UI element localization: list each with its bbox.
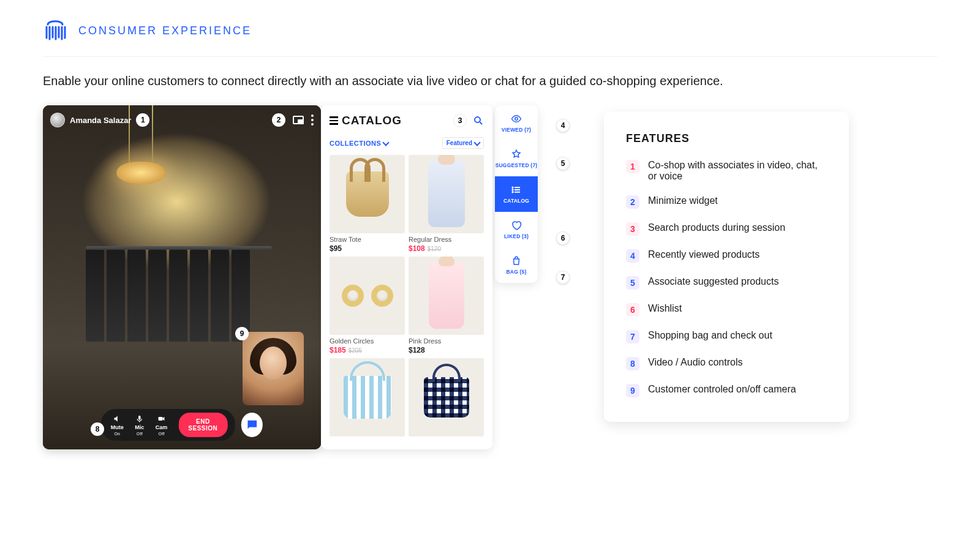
mute-button[interactable]: Mute On <box>111 414 124 436</box>
side-rail: VIEWED (7) SUGGESTED (7) CATALOG LIKED (… <box>495 105 538 283</box>
checkered-bag-image <box>424 377 469 418</box>
callout-8: 8 <box>91 422 104 436</box>
star-icon <box>511 149 522 160</box>
feature-number: 2 <box>626 195 639 209</box>
svg-point-18 <box>512 192 513 193</box>
feature-item: 6Wishlist <box>626 303 827 317</box>
svg-rect-7 <box>138 415 141 419</box>
page-header: CONSUMER EXPERIENCE <box>43 18 937 57</box>
intro-text: Enable your online customers to connect … <box>43 74 937 88</box>
golden-circles-image <box>342 285 393 307</box>
feature-item: 3Search products during session <box>626 222 827 236</box>
bag-icon <box>511 255 522 266</box>
callout-6: 6 <box>556 231 570 245</box>
callout-2: 2 <box>272 113 285 127</box>
presenter-badge: Amanda Salazar 1 <box>50 113 149 127</box>
feature-text: Co-shop with associates in video, chat, … <box>648 160 827 182</box>
callout-9: 9 <box>235 327 249 340</box>
feature-item: 4Recently viewed products <box>626 249 827 263</box>
product-card[interactable]: Regular Dress $108$120 <box>409 155 484 253</box>
heart-icon <box>511 220 522 231</box>
rail-viewed[interactable]: VIEWED (7) <box>495 105 538 141</box>
avatar <box>50 113 65 127</box>
feature-text: Recently viewed products <box>648 249 760 260</box>
rail-suggested[interactable]: SUGGESTED (7) <box>495 141 538 176</box>
rail-bag[interactable]: BAG (5) <box>495 247 538 283</box>
chevron-down-icon <box>383 139 390 146</box>
end-session-button[interactable]: END SESSION <box>178 413 227 437</box>
video-pane: Amanda Salazar 1 2 9 8 <box>43 105 321 449</box>
feature-item: 1Co-shop with associates in video, chat,… <box>626 160 827 182</box>
menu-icon[interactable] <box>330 116 338 125</box>
feature-item: 5Associate suggested products <box>626 276 827 290</box>
feature-number: 1 <box>626 160 639 173</box>
svg-point-16 <box>512 187 513 189</box>
svg-line-11 <box>480 122 482 124</box>
collections-dropdown[interactable]: COLLECTIONS <box>330 140 388 147</box>
eye-icon <box>511 113 522 124</box>
page-title: CONSUMER EXPERIENCE <box>78 24 252 37</box>
straw-tote-image <box>346 171 389 217</box>
callout-5: 5 <box>556 157 570 170</box>
pink-dress-image <box>429 263 464 329</box>
feature-text: Minimize widget <box>648 195 718 206</box>
catalog-title: CATALOG <box>330 114 402 127</box>
catalog-pane: CATALOG 3 COLLECTIONS Featured <box>321 105 492 449</box>
presenter-name: Amanda Salazar <box>70 116 131 125</box>
feature-number: 7 <box>626 330 639 343</box>
product-card[interactable] <box>409 358 484 437</box>
svg-rect-9 <box>158 417 162 421</box>
chat-button[interactable] <box>241 413 263 437</box>
product-card[interactable]: Golden Circles $185$205 <box>330 257 405 354</box>
features-title: FEATURES <box>626 132 827 145</box>
callout-4: 4 <box>556 119 570 132</box>
video-controls: Mute On Mic Off Cam Off <box>101 409 263 441</box>
svg-point-10 <box>475 117 480 122</box>
feature-item: 8Video / Audio controls <box>626 357 827 370</box>
svg-point-12 <box>515 118 518 121</box>
feature-item: 7Shopping bag and check out <box>626 330 827 343</box>
feature-text: Associate suggested products <box>648 276 778 287</box>
feature-text: Wishlist <box>648 303 682 314</box>
minimize-icon[interactable] <box>293 116 304 124</box>
search-icon[interactable] <box>473 115 484 126</box>
feature-item: 9Customer controled on/off camera <box>626 384 827 397</box>
more-icon[interactable] <box>311 114 314 126</box>
rail-liked[interactable]: LIKED (3) <box>495 212 538 247</box>
callout-7: 7 <box>556 271 570 284</box>
svg-point-17 <box>512 189 513 190</box>
mic-button[interactable]: Mic Off <box>135 414 145 436</box>
feature-number: 6 <box>626 303 639 317</box>
feature-text: Shopping bag and check out <box>648 330 772 341</box>
feature-item: 2Minimize widget <box>626 195 827 209</box>
list-icon <box>511 184 522 195</box>
sort-dropdown[interactable]: Featured <box>442 137 484 149</box>
feature-number: 9 <box>626 384 639 397</box>
feature-text: Customer controled on/off camera <box>648 384 796 395</box>
camera-button[interactable]: Cam Off <box>156 414 168 436</box>
feature-number: 8 <box>626 357 639 370</box>
chevron-down-icon <box>473 139 480 146</box>
callout-3: 3 <box>453 114 467 127</box>
product-card[interactable]: Straw Tote $95 <box>330 155 405 253</box>
self-camera[interactable] <box>243 332 304 405</box>
product-screenshot: Amanda Salazar 1 2 9 8 <box>43 105 538 449</box>
product-card[interactable]: Pink Dress $128 <box>409 257 484 354</box>
rail-catalog[interactable]: CATALOG <box>495 176 538 212</box>
feature-number: 5 <box>626 276 639 290</box>
feature-number: 3 <box>626 222 639 236</box>
feature-number: 4 <box>626 249 639 263</box>
feature-text: Video / Audio controls <box>648 357 742 368</box>
features-card: FEATURES 1Co-shop with associates in vid… <box>604 111 849 422</box>
brand-logo-icon <box>43 18 67 43</box>
feature-text: Search products during session <box>648 222 785 233</box>
product-card[interactable] <box>330 358 405 437</box>
callout-1: 1 <box>136 113 149 127</box>
regular-dress-image <box>428 161 465 227</box>
striped-bag-image <box>344 376 391 419</box>
